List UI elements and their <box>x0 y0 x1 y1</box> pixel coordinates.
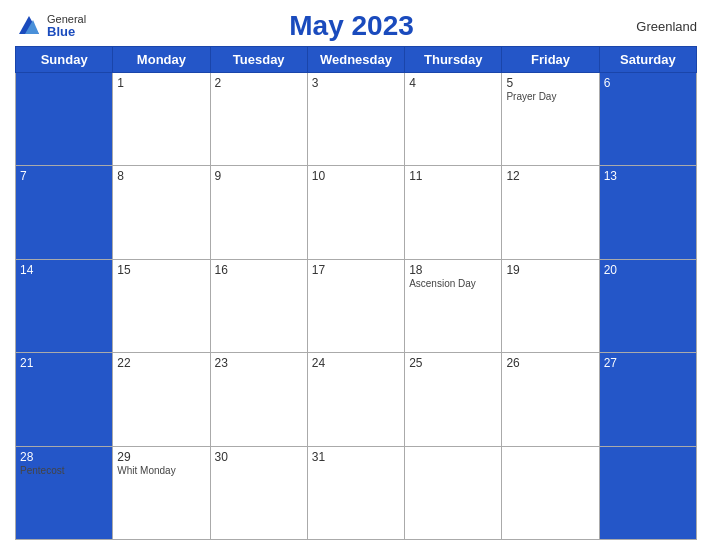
day-number: 3 <box>312 76 400 90</box>
day-number: 2 <box>215 76 303 90</box>
calendar-cell: 13 <box>599 166 696 259</box>
calendar-cell: 5Prayer Day <box>502 73 599 166</box>
day-number: 12 <box>506 169 594 183</box>
calendar-cell: 31 <box>307 446 404 539</box>
day-number: 15 <box>117 263 205 277</box>
day-number: 6 <box>604 76 692 90</box>
calendar-cell: 6 <box>599 73 696 166</box>
day-number: 5 <box>506 76 594 90</box>
header-sunday: Sunday <box>16 47 113 73</box>
calendar-cell: 25 <box>405 353 502 446</box>
calendar-cell: 12 <box>502 166 599 259</box>
day-number: 16 <box>215 263 303 277</box>
days-header-row: Sunday Monday Tuesday Wednesday Thursday… <box>16 47 697 73</box>
calendar-table: Sunday Monday Tuesday Wednesday Thursday… <box>15 46 697 540</box>
week-row-2: 78910111213 <box>16 166 697 259</box>
day-number: 29 <box>117 450 205 464</box>
calendar-cell: 19 <box>502 259 599 352</box>
calendar-cell: 1 <box>113 73 210 166</box>
calendar-title: May 2023 <box>86 10 617 42</box>
calendar-cell: 22 <box>113 353 210 446</box>
calendar-cell: 21 <box>16 353 113 446</box>
calendar-cell <box>405 446 502 539</box>
calendar-cell: 16 <box>210 259 307 352</box>
day-number: 18 <box>409 263 497 277</box>
holiday-label: Ascension Day <box>409 278 497 289</box>
calendar-cell: 18Ascension Day <box>405 259 502 352</box>
day-number: 13 <box>604 169 692 183</box>
holiday-label: Whit Monday <box>117 465 205 476</box>
header-monday: Monday <box>113 47 210 73</box>
day-number: 24 <box>312 356 400 370</box>
day-number: 25 <box>409 356 497 370</box>
day-number: 21 <box>20 356 108 370</box>
logo-text: General Blue <box>47 13 86 39</box>
week-row-5: 28Pentecost29Whit Monday3031 <box>16 446 697 539</box>
day-number: 7 <box>20 169 108 183</box>
day-number: 1 <box>117 76 205 90</box>
week-row-4: 21222324252627 <box>16 353 697 446</box>
day-number: 31 <box>312 450 400 464</box>
header-friday: Friday <box>502 47 599 73</box>
header-saturday: Saturday <box>599 47 696 73</box>
calendar-cell: 27 <box>599 353 696 446</box>
day-number: 27 <box>604 356 692 370</box>
day-number: 17 <box>312 263 400 277</box>
calendar-cell: 10 <box>307 166 404 259</box>
calendar-cell: 15 <box>113 259 210 352</box>
week-row-1: 12345Prayer Day6 <box>16 73 697 166</box>
region-label: Greenland <box>617 19 697 34</box>
calendar-cell: 29Whit Monday <box>113 446 210 539</box>
calendar-cell: 3 <box>307 73 404 166</box>
day-number: 4 <box>409 76 497 90</box>
logo: General Blue <box>15 12 86 40</box>
calendar-cell: 8 <box>113 166 210 259</box>
calendar-cell: 30 <box>210 446 307 539</box>
calendar-cell <box>502 446 599 539</box>
day-number: 23 <box>215 356 303 370</box>
day-number: 9 <box>215 169 303 183</box>
day-number: 26 <box>506 356 594 370</box>
day-number: 10 <box>312 169 400 183</box>
calendar-cell: 26 <box>502 353 599 446</box>
day-number: 20 <box>604 263 692 277</box>
day-number: 14 <box>20 263 108 277</box>
day-number: 11 <box>409 169 497 183</box>
holiday-label: Pentecost <box>20 465 108 476</box>
logo-icon <box>15 12 43 40</box>
calendar-cell: 20 <box>599 259 696 352</box>
calendar-body: 12345Prayer Day6789101112131415161718Asc… <box>16 73 697 540</box>
header-wednesday: Wednesday <box>307 47 404 73</box>
holiday-label: Prayer Day <box>506 91 594 102</box>
day-number: 28 <box>20 450 108 464</box>
calendar-cell: 2 <box>210 73 307 166</box>
calendar-cell: 17 <box>307 259 404 352</box>
week-row-3: 1415161718Ascension Day1920 <box>16 259 697 352</box>
calendar-cell: 24 <box>307 353 404 446</box>
calendar-cell: 11 <box>405 166 502 259</box>
day-number: 22 <box>117 356 205 370</box>
logo-blue-text: Blue <box>47 25 86 39</box>
calendar-cell: 23 <box>210 353 307 446</box>
header-tuesday: Tuesday <box>210 47 307 73</box>
calendar-cell: 9 <box>210 166 307 259</box>
day-number: 8 <box>117 169 205 183</box>
calendar-cell <box>599 446 696 539</box>
calendar-cell: 28Pentecost <box>16 446 113 539</box>
page-header: General Blue May 2023 Greenland <box>15 10 697 42</box>
day-number: 19 <box>506 263 594 277</box>
calendar-cell: 7 <box>16 166 113 259</box>
day-number: 30 <box>215 450 303 464</box>
calendar-cell: 4 <box>405 73 502 166</box>
header-thursday: Thursday <box>405 47 502 73</box>
calendar-cell: 14 <box>16 259 113 352</box>
calendar-cell <box>16 73 113 166</box>
